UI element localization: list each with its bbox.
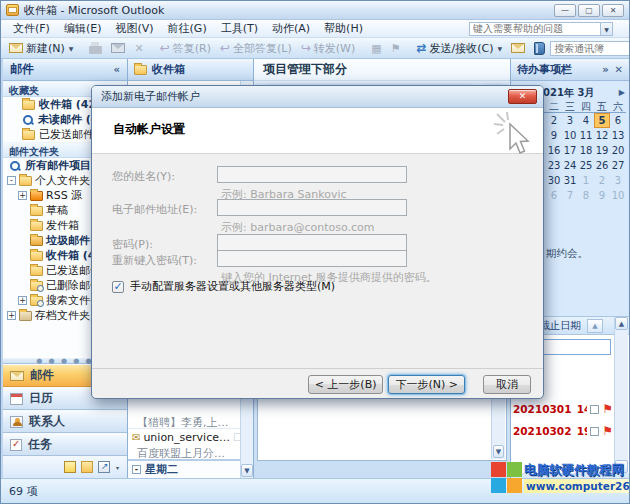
calendar-date-cell[interactable]: 6 bbox=[546, 188, 562, 203]
menu-item[interactable]: 前往(G) bbox=[161, 19, 214, 38]
cancel-button[interactable]: 取消 bbox=[483, 375, 531, 394]
categorize-button[interactable]: ▦ bbox=[367, 41, 385, 56]
forward-button[interactable]: ↪ 转发(W) bbox=[297, 40, 360, 57]
nav-button-contacts[interactable]: 联系人 bbox=[3, 410, 127, 433]
calendar-date-cell[interactable]: 10 bbox=[610, 188, 626, 203]
date-group-header[interactable]: - 星期二 bbox=[128, 461, 253, 478]
calendar-date-cell[interactable]: 23 bbox=[546, 158, 562, 173]
message-row[interactable]: ✉ union_service… ☐⚐ bbox=[128, 429, 253, 445]
address-book-button[interactable] bbox=[530, 41, 549, 56]
calendar-date-cell[interactable]: 12 bbox=[594, 128, 610, 143]
calendar-date-cell[interactable]: 30 bbox=[546, 173, 562, 188]
scroll-up-icon[interactable]: ▲ bbox=[615, 317, 628, 330]
configure-buttons-chevron-icon[interactable]: ▾ bbox=[116, 464, 119, 471]
maximize-icon[interactable]: ▢ bbox=[578, 4, 600, 17]
menu-item[interactable]: 文件(F) bbox=[6, 19, 57, 38]
task-checkbox[interactable] bbox=[590, 427, 599, 436]
calendar-date-cell[interactable]: 19 bbox=[594, 143, 610, 158]
expander-spacer bbox=[18, 206, 27, 215]
scroll-down-icon[interactable]: ▼ bbox=[241, 464, 253, 477]
print-button[interactable] bbox=[85, 41, 106, 55]
notes-icon[interactable] bbox=[64, 461, 76, 473]
calendar-date-cell[interactable]: 3 bbox=[610, 173, 626, 188]
calendar-date-cell[interactable]: 27 bbox=[610, 158, 626, 173]
calendar-date-cell[interactable]: 9 bbox=[546, 128, 562, 143]
flag-icon[interactable]: ⚑ bbox=[602, 425, 613, 437]
flag-icon[interactable]: ⚑ bbox=[602, 403, 613, 415]
calendar-date-cell[interactable]: 16 bbox=[546, 143, 562, 158]
expander-plus-icon[interactable]: + bbox=[18, 191, 27, 200]
calendar-date-cell[interactable]: 25 bbox=[578, 158, 594, 173]
calendar-today-cell[interactable]: 5 bbox=[594, 113, 610, 128]
categorize-icon: ▦ bbox=[371, 42, 381, 55]
send-receive-button[interactable]: ⇄ 发送/接收(C) ▼ bbox=[413, 40, 507, 57]
sort-ascending-icon[interactable]: ▲ bbox=[587, 319, 603, 333]
reply-button[interactable]: ↩ 答复(R) bbox=[156, 40, 215, 57]
inbox-icon bbox=[22, 100, 35, 110]
reply-all-button[interactable]: ↩ 全部答复(L) bbox=[216, 40, 296, 57]
task-scrollbar[interactable]: ▲ ▼ bbox=[614, 317, 628, 473]
calendar-date-cell[interactable]: 9 bbox=[594, 188, 610, 203]
menu-item[interactable]: 视图(V) bbox=[108, 19, 160, 38]
todo-bar-title: 待办事项栏 bbox=[517, 62, 572, 77]
manual-config-checkbox-row[interactable]: ✓ 手动配置服务器设置或其他服务器类型(M) bbox=[112, 279, 335, 294]
search-address-books-input[interactable] bbox=[550, 41, 630, 56]
close-icon[interactable]: ✕ bbox=[602, 4, 624, 17]
open-message-button[interactable] bbox=[507, 42, 529, 54]
calendar-date-cell[interactable]: 18 bbox=[578, 143, 594, 158]
expander-minus-icon[interactable]: - bbox=[7, 176, 16, 185]
scroll-down-icon[interactable]: ▼ bbox=[493, 445, 504, 458]
calendar-date-cell[interactable]: 20 bbox=[610, 143, 626, 158]
message-preview[interactable]: 【猎聘】李勇,上… bbox=[128, 414, 253, 428]
mail-icon bbox=[10, 371, 24, 381]
expander-plus-icon[interactable]: + bbox=[7, 311, 16, 320]
new-mail-button[interactable]: 新建(N) ▼ bbox=[5, 40, 77, 57]
calendar-date-cell[interactable]: 13 bbox=[610, 128, 626, 143]
calendar-date-cell[interactable]: 10 bbox=[562, 128, 578, 143]
group-collapse-icon[interactable]: - bbox=[132, 465, 141, 474]
help-dropdown-icon[interactable]: ▼ bbox=[601, 22, 613, 36]
help-question-input[interactable] bbox=[469, 22, 601, 36]
calendar-date-cell[interactable]: 1 bbox=[578, 173, 594, 188]
message-preview[interactable]: 百度联盟上月分… bbox=[128, 445, 253, 459]
calendar-date-cell[interactable]: 17 bbox=[562, 143, 578, 158]
delete-button[interactable]: ✕ bbox=[130, 41, 147, 56]
calendar-date-cell[interactable]: 6 bbox=[610, 113, 626, 128]
task-row[interactable]: 20210302_193…⚑ bbox=[513, 420, 613, 442]
folder-list-icon[interactable] bbox=[81, 461, 93, 473]
calendar-date-cell[interactable]: 8 bbox=[578, 188, 594, 203]
task-checkbox[interactable] bbox=[590, 405, 599, 414]
window-title: 收件箱 - Microsoft Outlook bbox=[24, 3, 164, 18]
expand-todo-icon[interactable]: » bbox=[602, 64, 608, 75]
calendar-date-cell[interactable]: 24 bbox=[562, 158, 578, 173]
calendar-date-cell[interactable]: 31 bbox=[562, 173, 578, 188]
task-row[interactable]: 20210301_142…⚑ bbox=[513, 398, 613, 420]
expander-plus-icon[interactable]: + bbox=[18, 296, 27, 305]
next-month-icon[interactable]: ▶ bbox=[619, 88, 625, 97]
menu-item[interactable]: 帮助(H) bbox=[317, 19, 370, 38]
back-button[interactable]: < 上一步(B) bbox=[308, 375, 384, 394]
calendar-date-cell[interactable]: 26 bbox=[594, 158, 610, 173]
menu-item[interactable]: 编辑(E) bbox=[57, 19, 109, 38]
calendar-date-cell[interactable]: 11 bbox=[578, 128, 594, 143]
menu-item[interactable]: 动作(A) bbox=[265, 19, 317, 38]
collapse-pane-icon[interactable]: « bbox=[114, 64, 120, 75]
new-dropdown-icon[interactable]: ▼ bbox=[69, 45, 74, 52]
checkbox-checked-icon[interactable]: ✓ bbox=[112, 281, 124, 293]
calendar-date-cell[interactable]: 2 bbox=[546, 113, 562, 128]
calendar-date-cell[interactable]: 3 bbox=[562, 113, 578, 128]
calendar-date-cell[interactable]: 2 bbox=[594, 173, 610, 188]
nav-button-tasks[interactable]: 任务 bbox=[3, 433, 127, 456]
menu-item[interactable]: 工具(T) bbox=[214, 19, 265, 38]
send-receive-dropdown-icon[interactable]: ▼ bbox=[498, 45, 503, 52]
follow-up-button[interactable]: ⚑ bbox=[387, 41, 405, 56]
calendar-date-cell[interactable]: 4 bbox=[578, 113, 594, 128]
next-button[interactable]: 下一步(N) > bbox=[388, 375, 465, 394]
dialog-close-icon[interactable]: ✕ bbox=[508, 89, 537, 104]
calendar-date-cell[interactable]: 7 bbox=[562, 188, 578, 203]
close-todo-icon[interactable]: ✕ bbox=[615, 64, 623, 75]
dialog-titlebar[interactable]: 添加新电子邮件帐户 bbox=[92, 86, 543, 108]
minimize-icon[interactable]: — bbox=[554, 4, 576, 17]
move-to-folder-button[interactable] bbox=[107, 42, 129, 54]
shortcuts-icon[interactable] bbox=[98, 461, 110, 473]
